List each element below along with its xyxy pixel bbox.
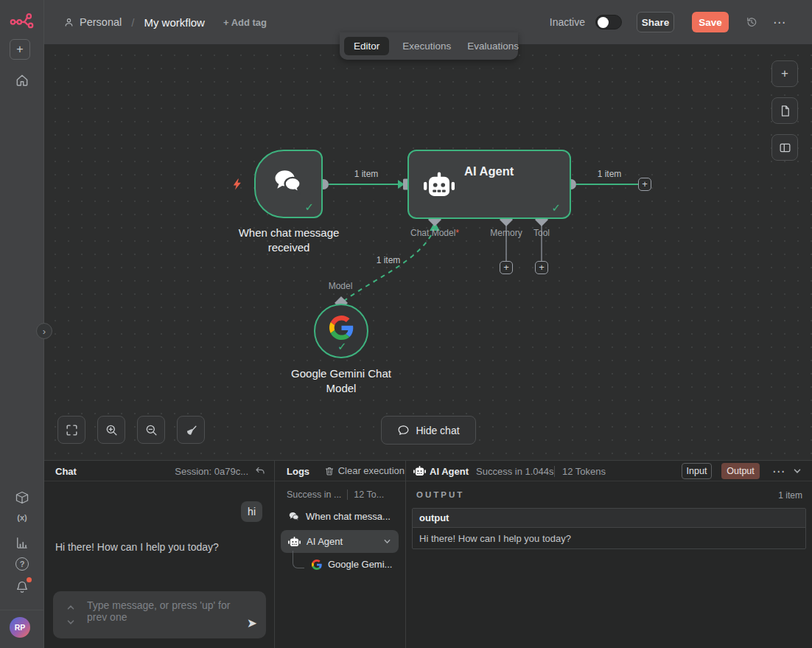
chat-message-input[interactable] — [87, 599, 240, 632]
user-avatar[interactable]: RP — [10, 617, 30, 638]
workflow-title[interactable]: My workflow — [144, 16, 205, 29]
zoom-to-fit-button[interactable] — [57, 416, 85, 444]
edge-item-count: 1 item — [374, 255, 403, 265]
tab-executions[interactable]: Executions — [399, 37, 454, 55]
breadcrumb-project[interactable]: Personal — [80, 16, 122, 28]
hide-chat-button[interactable]: Hide chat — [381, 416, 476, 445]
plus-icon: + — [16, 43, 23, 56]
breadcrumb: Personal / My workflow + Add tag — [63, 0, 267, 44]
tab-evaluations[interactable]: Evaluations — [464, 37, 522, 55]
save-button[interactable]: Save — [692, 12, 729, 32]
logs-panel: Logs Clear execution Success in ... 12 T… — [275, 461, 406, 648]
reset-session-icon[interactable] — [254, 465, 266, 477]
output-column-header: output — [413, 509, 805, 528]
toggle-panel-button[interactable] — [771, 134, 798, 161]
logs-row-label: When chat messa... — [306, 511, 391, 522]
port-label-chat-model: Chat Model* — [410, 228, 459, 238]
new-workflow-button[interactable]: + — [10, 39, 30, 60]
node-title-ai-agent: AI Agent — [464, 164, 514, 178]
more-options-icon[interactable]: ⋯ — [773, 15, 786, 30]
chevron-down-icon — [383, 537, 391, 546]
editor-tabbar: Editor Executions Evaluations — [340, 32, 518, 60]
left-sidebar: + (x) ? RP — [0, 0, 44, 648]
prev-message-chevron-up-icon[interactable] — [66, 603, 75, 612]
robot-icon — [413, 466, 426, 476]
next-message-chevron-down-icon[interactable] — [66, 618, 75, 627]
add-memory-button[interactable]: + — [500, 261, 513, 274]
success-check-icon: ✓ — [551, 201, 561, 215]
clear-execution-button[interactable]: Clear execution — [324, 465, 405, 476]
execution-status: Success in ... — [287, 490, 341, 500]
logs-panel-header: Logs Clear execution — [275, 461, 406, 481]
send-message-icon[interactable]: ➤ — [247, 616, 257, 631]
add-tool-button[interactable]: + — [535, 261, 548, 274]
notification-dot — [27, 577, 32, 582]
tidy-up-button[interactable] — [177, 416, 205, 444]
add-tag-button[interactable]: + Add tag — [223, 17, 267, 28]
logs-row-chat-trigger[interactable]: When chat messa... — [288, 511, 391, 522]
chat-session-id: Session: 0a79c... — [175, 466, 248, 477]
chat-bubbles-icon — [288, 511, 300, 522]
chat-panel-header: Chat Session: 0a79c... — [44, 461, 275, 481]
sidebar-item-home[interactable] — [0, 73, 44, 88]
chevron-right-icon: › — [43, 326, 46, 337]
logs-row-ai-agent-selected[interactable]: AI Agent — [281, 530, 399, 553]
add-node-button[interactable]: + — [771, 60, 798, 87]
output-more-icon[interactable]: ⋯ — [772, 464, 785, 479]
add-sticky-note-button[interactable] — [771, 97, 798, 124]
output-tab-button[interactable]: Output — [721, 463, 760, 479]
trash-icon — [324, 466, 335, 476]
tab-editor[interactable]: Editor — [344, 37, 389, 55]
chat-message-bot: Hi there! How can I help you today? — [55, 541, 219, 553]
plus-icon: + — [642, 178, 648, 189]
sidebar-item-insights[interactable] — [0, 535, 44, 550]
node-chat-trigger[interactable]: ✓ — [254, 150, 323, 218]
output-panel-header: AI Agent Success in 1.044s 12 Tokens Inp… — [406, 461, 812, 481]
workflow-history-icon[interactable] — [745, 15, 758, 29]
activation-toggle[interactable] — [595, 15, 622, 29]
sidebar-item-variables[interactable]: (x) — [0, 513, 44, 522]
sidebar-item-notifications[interactable] — [0, 579, 44, 594]
workflow-canvas[interactable]: ✓ When chat message received 1 item AI A… — [44, 44, 812, 460]
chat-message-user: hi — [241, 501, 262, 522]
execution-summary: Success in ... 12 To... — [287, 490, 384, 500]
output-node-title: AI Agent — [430, 466, 469, 477]
n8n-logo-icon — [0, 12, 44, 29]
logs-row-label: Google Gemi... — [328, 559, 392, 570]
execution-tokens: 12 To... — [347, 490, 384, 500]
port-label-tool: Tool — [533, 228, 550, 238]
output-section-title: OUTPUT — [416, 490, 464, 499]
add-node-after-agent-button[interactable]: + — [638, 178, 651, 191]
share-button[interactable]: Share — [637, 12, 674, 32]
logs-row-label: AI Agent — [307, 536, 343, 547]
chat-panel: Chat Session: 0a79c... hi Hi there! How … — [44, 461, 275, 648]
chat-panel-title: Chat — [55, 466, 77, 477]
google-logo-icon — [312, 560, 322, 570]
sidebar-item-help[interactable]: ? — [0, 557, 44, 571]
sidebar-collapse-button[interactable]: › — [36, 323, 52, 339]
variables-icon: (x) — [17, 513, 27, 522]
sidebar-item-templates[interactable] — [0, 490, 44, 505]
zoom-in-button[interactable] — [97, 416, 125, 444]
zoom-out-icon — [144, 423, 158, 437]
node-ai-agent[interactable]: AI Agent ✓ — [407, 150, 571, 219]
hide-chat-label: Hide chat — [416, 425, 459, 436]
required-marker: * — [455, 228, 459, 238]
success-check-icon: ✓ — [304, 201, 314, 214]
person-icon — [63, 17, 74, 28]
node-gemini-model[interactable]: ✓ — [314, 304, 368, 358]
plus-icon: + — [781, 66, 788, 81]
robot-icon — [288, 537, 301, 547]
output-items-count: 1 item — [778, 490, 802, 501]
output-status: Success in 1.044s — [476, 466, 554, 477]
zoom-in-icon — [105, 423, 119, 437]
chat-bubble-icon — [397, 424, 410, 436]
chat-bubbles-icon — [271, 167, 305, 198]
input-tab-button[interactable]: Input — [682, 463, 712, 479]
collapse-panel-chevron-icon[interactable] — [793, 467, 802, 475]
zoom-out-button[interactable] — [137, 416, 165, 444]
logs-row-gemini[interactable]: Google Gemi... — [312, 559, 392, 570]
logs-panel-title: Logs — [287, 466, 309, 477]
output-cell-value: Hi there! How can I help you today? — [413, 528, 805, 548]
split-panel-icon — [778, 141, 792, 155]
